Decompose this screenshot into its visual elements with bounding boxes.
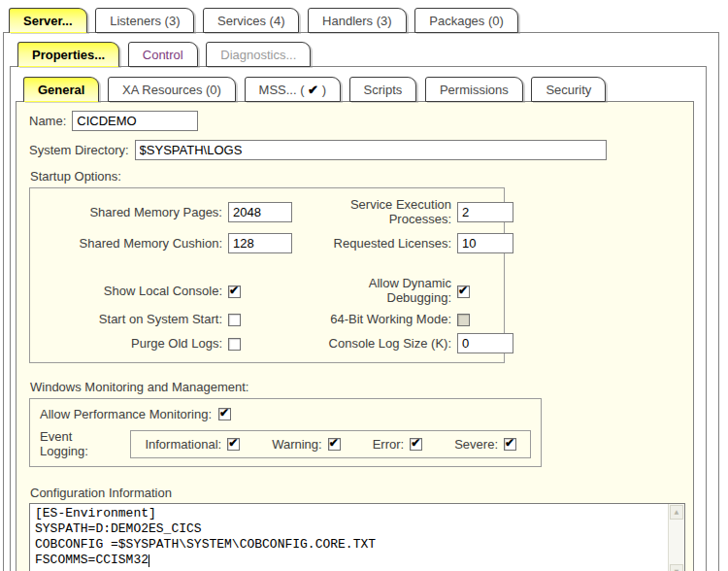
general-panel: Name: System Directory: Startup Options:… [16, 101, 694, 571]
requested-licenses-input[interactable] [457, 233, 513, 253]
tab-scripts[interactable]: Scripts [349, 77, 417, 102]
purge-old-logs-label: Purge Old Logs: [30, 336, 222, 351]
tab-services[interactable]: Services (4) [203, 8, 299, 33]
startup-options-group: Shared Memory Pages: Service Execution P… [29, 187, 505, 363]
system-directory-label: System Directory: [29, 143, 129, 157]
name-input[interactable] [72, 111, 198, 131]
tab-mss[interactable]: MSS... ( ✔ ) [245, 77, 341, 102]
server-panel: Properties... Control Diagnostics... Gen… [3, 32, 719, 571]
tab-diagnostics[interactable]: Diagnostics... [206, 42, 311, 67]
configuration-information-textarea[interactable]: [ES-Environment] SYSPATH=D:DEMO2ES_CICS … [29, 503, 685, 571]
tab-mss-label: MSS... ( [259, 83, 305, 97]
allow-dynamic-debugging-label: Allow Dynamic Debugging: [323, 276, 451, 305]
event-informational-label: Informational: [145, 437, 221, 452]
scroll-down-icon[interactable]: ▼ [670, 564, 683, 571]
requested-licenses-label: Requested Licenses: [323, 236, 451, 251]
tab-listeners[interactable]: Listeners (3) [95, 8, 194, 33]
general-tabstrip: General XA Resources (0) MSS... ( ✔ ) Sc… [16, 67, 694, 102]
system-directory-row: System Directory: [29, 140, 680, 160]
text-cursor [149, 554, 149, 567]
tab-general[interactable]: General [23, 77, 99, 102]
properties-panel: General XA Resources (0) MSS... ( ✔ ) Sc… [10, 66, 707, 571]
system-directory-input[interactable] [135, 140, 607, 160]
shared-memory-pages-input[interactable] [228, 202, 292, 222]
textarea-scrollbar[interactable]: ▲ ▼ [668, 504, 684, 571]
event-error-label: Error: [373, 437, 405, 452]
event-informational-checkbox[interactable] [227, 438, 240, 451]
monitoring-section-label: Windows Monitoring and Management: [30, 380, 680, 394]
event-logging-group: Informational: Warning: Error: Seve [130, 430, 531, 458]
allow-dynamic-debugging-checkbox[interactable] [457, 286, 470, 298]
event-warning-checkbox[interactable] [328, 438, 341, 451]
start-on-system-start-label: Start on System Start: [30, 312, 222, 326]
tab-server[interactable]: Server... [9, 8, 87, 33]
configuration-information-label: Configuration Information [30, 486, 680, 500]
tab-permissions[interactable]: Permissions [425, 77, 523, 102]
start-on-system-start-checkbox[interactable] [228, 314, 241, 326]
tab-packages[interactable]: Packages (0) [414, 8, 518, 33]
event-severe-label: Severe: [454, 437, 498, 452]
tab-mss-label-close: ) [322, 83, 326, 97]
event-logging-label: Event Logging: [40, 429, 121, 458]
show-local-console-checkbox[interactable] [228, 286, 241, 298]
tab-xa-resources[interactable]: XA Resources (0) [108, 77, 236, 102]
service-execution-processes-label: Service Execution Processes: [323, 197, 451, 226]
allow-performance-monitoring-checkbox[interactable] [218, 408, 231, 420]
config-line: FSCOMMS=CCISM32 [35, 553, 149, 567]
config-line: [ES-Environment] [35, 506, 663, 521]
64bit-working-mode-label: 64-Bit Working Mode: [323, 312, 451, 326]
tab-security[interactable]: Security [531, 77, 606, 102]
startup-options-label: Startup Options: [30, 169, 680, 184]
name-label: Name: [29, 114, 66, 128]
name-row: Name: [29, 111, 680, 131]
shared-memory-cushion-input[interactable] [228, 233, 292, 253]
properties-tabstrip: Properties... Control Diagnostics... [10, 33, 707, 67]
event-warning-label: Warning: [272, 437, 322, 452]
monitoring-group: Allow Performance Monitoring: Event Logg… [29, 398, 542, 467]
server-tabstrip: Server... Listeners (3) Services (4) Han… [0, 0, 728, 33]
mss-checkmark-icon: ✔ [305, 83, 322, 97]
event-severe-checkbox[interactable] [504, 438, 516, 451]
console-log-size-input[interactable] [457, 333, 513, 353]
scroll-up-icon[interactable]: ▲ [670, 505, 683, 520]
console-log-size-label: Console Log Size (K): [323, 336, 451, 351]
config-line: COBCONFIG =$SYSPATH\SYSTEM\COBCONFIG.COR… [35, 537, 663, 553]
shared-memory-cushion-label: Shared Memory Cushion: [30, 236, 222, 251]
64bit-working-mode-checkbox [457, 314, 470, 326]
tab-properties[interactable]: Properties... [17, 42, 119, 67]
shared-memory-pages-label: Shared Memory Pages: [30, 205, 222, 219]
tab-control[interactable]: Control [128, 42, 198, 67]
purge-old-logs-checkbox[interactable] [228, 338, 241, 351]
tab-handlers[interactable]: Handlers (3) [308, 8, 407, 33]
show-local-console-label: Show Local Console: [30, 284, 222, 298]
allow-performance-monitoring-label: Allow Performance Monitoring: [40, 407, 212, 421]
service-execution-processes-input[interactable] [457, 202, 513, 222]
event-error-checkbox[interactable] [410, 438, 422, 451]
config-line: SYSPATH=D:DEMO2ES_CICS [35, 521, 663, 537]
